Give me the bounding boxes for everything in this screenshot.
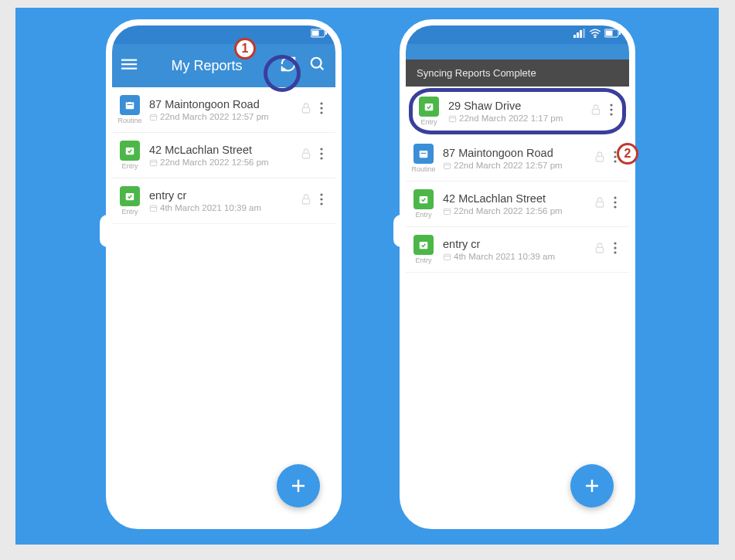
svg-rect-58 xyxy=(444,209,450,214)
more-icon[interactable] xyxy=(611,239,620,260)
calendar-icon xyxy=(413,144,434,164)
svg-point-23 xyxy=(320,152,322,154)
svg-rect-67 xyxy=(596,247,603,253)
svg-rect-8 xyxy=(126,102,134,109)
lock-icon xyxy=(300,193,312,209)
report-row[interactable]: Routine 87 Maintongoon Road 22nd March 2… xyxy=(112,87,335,133)
app-bar-collapsed xyxy=(406,44,629,59)
search-icon[interactable] xyxy=(309,56,326,76)
report-row[interactable]: Entry entry cr 4th March 2021 10:39 am xyxy=(112,178,335,224)
row-title: 87 Maintongoon Road xyxy=(149,98,300,110)
date-icon xyxy=(448,114,457,123)
row-title: 42 McLachlan Street xyxy=(443,192,594,205)
report-row[interactable]: Entry 42 McLachlan Street 22nd March 202… xyxy=(112,133,335,178)
plus-icon xyxy=(583,477,601,495)
report-row[interactable]: Routine 87 Maintongoon Road 22nd March 2… xyxy=(406,136,629,182)
row-title: 87 Maintongoon Road xyxy=(443,147,594,159)
calendar-check-icon xyxy=(419,97,439,117)
row-date: 22nd March 2022 1:17 pm xyxy=(459,114,563,123)
svg-rect-14 xyxy=(302,107,309,113)
svg-rect-40 xyxy=(606,31,613,36)
lock-icon xyxy=(300,148,312,163)
phone-side-button xyxy=(393,215,406,247)
more-icon[interactable] xyxy=(611,193,620,215)
lock-icon xyxy=(590,104,602,119)
report-list: Routine 87 Maintongoon Road 22nd March 2… xyxy=(112,87,335,224)
svg-point-61 xyxy=(614,196,616,199)
svg-rect-43 xyxy=(449,116,455,121)
row-type: Entry xyxy=(407,189,440,219)
svg-rect-4 xyxy=(121,63,137,65)
svg-point-62 xyxy=(614,201,616,203)
date-icon xyxy=(443,207,451,216)
row-type: Entry xyxy=(114,141,146,170)
calendar-check-icon xyxy=(120,186,140,206)
phone-before: My Reports Routine xyxy=(106,19,342,529)
svg-point-68 xyxy=(614,242,616,244)
svg-rect-37 xyxy=(583,29,585,38)
svg-point-31 xyxy=(320,202,322,205)
more-icon[interactable] xyxy=(317,99,326,120)
lock-icon xyxy=(594,242,606,257)
add-report-button[interactable] xyxy=(570,464,614,507)
row-date: 22nd March 2022 12:57 pm xyxy=(160,112,269,121)
svg-rect-11 xyxy=(128,104,133,105)
svg-point-69 xyxy=(614,246,616,249)
report-row-new[interactable]: Entry 29 Shaw Drive 22nd March 2022 1:17… xyxy=(409,88,626,134)
svg-rect-34 xyxy=(573,35,576,38)
status-bar xyxy=(406,25,629,44)
wifi-icon xyxy=(589,29,601,38)
svg-point-16 xyxy=(320,107,322,109)
phone-side-button xyxy=(100,215,112,247)
svg-rect-19 xyxy=(150,160,156,165)
row-type-label: Entry xyxy=(407,211,440,219)
svg-rect-3 xyxy=(121,59,137,61)
calendar-icon xyxy=(120,95,140,115)
report-list: Entry 29 Shaw Drive 22nd March 2022 1:17… xyxy=(406,88,629,273)
svg-point-6 xyxy=(311,58,322,68)
svg-point-30 xyxy=(320,198,322,200)
svg-rect-51 xyxy=(444,163,450,168)
svg-rect-60 xyxy=(596,202,603,207)
row-type-label: Entry xyxy=(114,162,146,170)
svg-point-63 xyxy=(614,205,616,208)
more-icon[interactable] xyxy=(607,100,616,122)
date-icon xyxy=(149,113,158,121)
sync-icon[interactable] xyxy=(275,51,301,80)
menu-icon[interactable] xyxy=(121,56,138,76)
svg-rect-26 xyxy=(150,205,156,211)
more-icon[interactable] xyxy=(317,144,326,166)
more-icon[interactable] xyxy=(317,190,326,212)
cellular-icon xyxy=(573,29,586,38)
row-date: 22nd March 2022 12:56 pm xyxy=(160,158,269,167)
svg-rect-2 xyxy=(325,32,327,35)
annotation-marker-1: 1 xyxy=(234,38,256,59)
report-row[interactable]: Entry 42 McLachlan Street 22nd March 202… xyxy=(406,182,629,227)
row-title: entry cr xyxy=(149,189,300,202)
row-type: Entry xyxy=(114,186,146,216)
plus-icon xyxy=(289,477,308,495)
lock-icon xyxy=(594,151,606,166)
lock-icon xyxy=(300,102,312,117)
report-row[interactable]: Entry entry cr 4th March 2021 10:39 am xyxy=(406,227,629,273)
annotation-marker-2: 2 xyxy=(617,143,638,165)
svg-point-70 xyxy=(614,251,616,253)
row-type-label: Routine xyxy=(407,165,440,173)
row-type-label: Routine xyxy=(114,117,146,124)
svg-point-48 xyxy=(610,113,612,115)
add-report-button[interactable] xyxy=(277,464,320,507)
date-icon xyxy=(149,204,158,212)
svg-point-55 xyxy=(614,155,616,158)
row-type: Routine xyxy=(114,95,146,124)
svg-point-15 xyxy=(320,102,322,104)
svg-rect-9 xyxy=(128,100,128,103)
app-title: My Reports xyxy=(146,58,267,74)
svg-point-56 xyxy=(614,160,616,162)
canvas: My Reports Routine xyxy=(15,8,719,545)
svg-rect-50 xyxy=(421,153,427,154)
svg-rect-36 xyxy=(580,30,582,38)
svg-rect-41 xyxy=(619,32,621,35)
date-icon xyxy=(443,161,451,170)
row-type: Entry xyxy=(407,235,440,264)
svg-rect-12 xyxy=(150,114,156,120)
